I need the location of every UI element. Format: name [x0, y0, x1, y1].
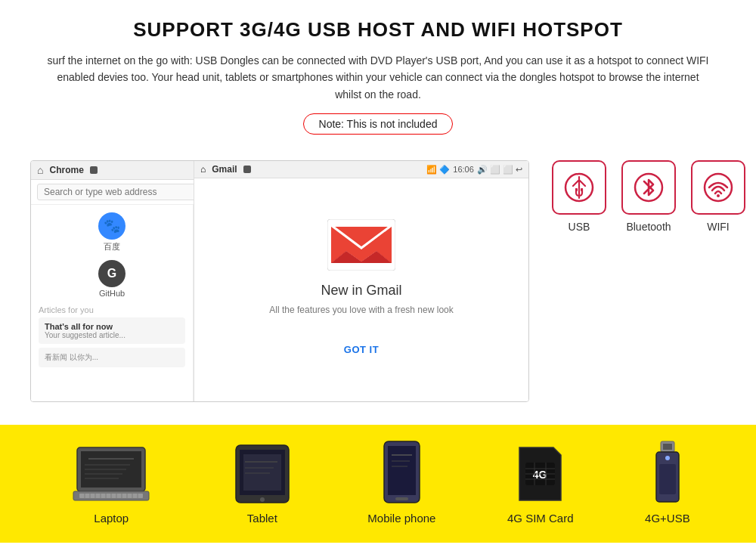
svg-point-30	[260, 497, 265, 502]
baidu-icon: 🐾	[98, 212, 125, 240]
svg-rect-37	[395, 497, 408, 500]
tablet-device-item: Tablet	[228, 444, 296, 525]
github-label: GitHub	[99, 289, 125, 298]
usb-drive-label: 4G+USB	[645, 512, 690, 525]
bluetooth-icon-item: Bluetooth	[621, 160, 676, 233]
header-section: SUPPORT 3G/4G USB HOST AND WIFI HOTSPOT …	[0, 0, 756, 160]
github-icon-item: G GitHub	[39, 260, 185, 298]
svg-rect-36	[388, 446, 416, 495]
browser-content: 🐾 百度 G GitHub Articles for you That's al…	[31, 205, 528, 401]
gmail-status-icons: 📶 🔷	[426, 165, 450, 175]
sim-label: 4G SIM Card	[507, 512, 574, 525]
chrome-title: Chrome	[49, 165, 83, 175]
usb-label: USB	[569, 221, 590, 233]
right-icons-panel: USB Bluetooth	[552, 160, 745, 233]
gmail-subtitle: All the features you love with a fresh n…	[269, 305, 453, 315]
gmail-overlay: ⌂ Gmail 📶 🔷 16:06 🔊 ⬜ ⬜ ↩	[194, 161, 528, 401]
bottom-section: Laptop Tablet	[0, 425, 756, 543]
svg-rect-4	[581, 188, 583, 191]
gmail-title: Gmail	[212, 164, 237, 175]
gmail-time: 16:06	[453, 165, 474, 174]
got-it-button[interactable]: GOT IT	[329, 338, 394, 361]
svg-rect-50	[663, 444, 672, 450]
main-title: SUPPORT 3G/4G USB HOST AND WIFI HOTSPOT	[45, 18, 711, 42]
laptop-device-item: Laptop	[66, 444, 156, 525]
gmail-extra-icons: 🔊 ⬜ ⬜ ↩	[477, 165, 522, 175]
sim-card-icon: 4G	[512, 444, 569, 504]
tablet-icon	[228, 444, 296, 504]
wifi-symbol-icon	[702, 171, 735, 204]
phone-icon	[381, 440, 423, 504]
baidu-icon-item: 🐾 百度	[39, 212, 185, 252]
gmail-home-icon: ⌂	[200, 164, 206, 175]
gmail-content: New in Gmail All the features you love w…	[194, 178, 528, 401]
laptop-label: Laptop	[94, 512, 129, 525]
bluetooth-label: Bluetooth	[626, 221, 671, 233]
bluetooth-icon-box	[621, 160, 676, 215]
svg-point-7	[717, 194, 720, 197]
usb-icon-item: USB	[552, 160, 606, 233]
description-text: surf the internet on the go with: USB Do…	[45, 52, 711, 103]
gmail-dot	[243, 166, 251, 173]
card1-title: That's all for now	[45, 322, 179, 331]
svg-rect-31	[243, 454, 281, 491]
usb-symbol-icon	[562, 171, 596, 204]
svg-point-52	[665, 456, 670, 460]
gmail-logo-icon	[327, 219, 395, 271]
sim-device-item: 4G 4G SIM Card	[507, 444, 574, 525]
bluetooth-symbol-icon	[632, 171, 665, 204]
gmail-bar: ⌂ Gmail 📶 🔷 16:06 🔊 ⬜ ⬜ ↩	[194, 161, 528, 178]
home-icon: ⌂	[37, 164, 43, 176]
usb-drive-icon	[649, 440, 686, 504]
note-box: Note: This is not included	[303, 113, 454, 135]
card1-sub: Your suggested article...	[45, 331, 179, 339]
chrome-dot	[90, 166, 98, 174]
article-card-2: 看新闻 以你为...	[39, 348, 185, 367]
card2-sub: 看新闻 以你为...	[45, 352, 179, 363]
left-panel: 🐾 百度 G GitHub Articles for you That's al…	[31, 205, 194, 401]
paw-icon: 🐾	[104, 218, 120, 234]
usb-drive-device-item: 4G+USB	[645, 440, 690, 525]
svg-rect-53	[659, 464, 676, 494]
screen-mockup: ⌂ Chrome 📶 🔷 ❤ 📍 15:51 🔊 ⬜ ⬜ ↩ ⧉ ⋮	[30, 160, 529, 402]
article-card-1: That's all for now Your suggested articl…	[39, 317, 185, 344]
wifi-icon-item: WIFI	[691, 160, 745, 233]
github-icon: G	[98, 260, 125, 287]
phone-label: Mobile phone	[367, 512, 435, 525]
laptop-icon	[66, 444, 156, 504]
usb-icon-box	[552, 160, 606, 215]
phone-device-item: Mobile phone	[367, 440, 435, 525]
svg-rect-3	[575, 188, 578, 191]
content-row: ⌂ Chrome 📶 🔷 ❤ 📍 15:51 🔊 ⬜ ⬜ ↩ ⧉ ⋮	[0, 160, 756, 402]
gmail-status: 📶 🔷 16:06 🔊 ⬜ ⬜ ↩	[426, 165, 522, 175]
gmail-new-title: New in Gmail	[321, 283, 401, 299]
device-icons-row: Laptop Tablet	[30, 440, 726, 525]
baidu-label: 百度	[104, 241, 120, 252]
connectivity-icons: USB Bluetooth	[552, 160, 745, 233]
tablet-label: Tablet	[247, 512, 277, 525]
wifi-icon-box	[691, 160, 745, 215]
articles-label: Articles for you	[39, 305, 185, 314]
github-letter: G	[107, 267, 116, 280]
wifi-label: WIFI	[707, 221, 730, 233]
